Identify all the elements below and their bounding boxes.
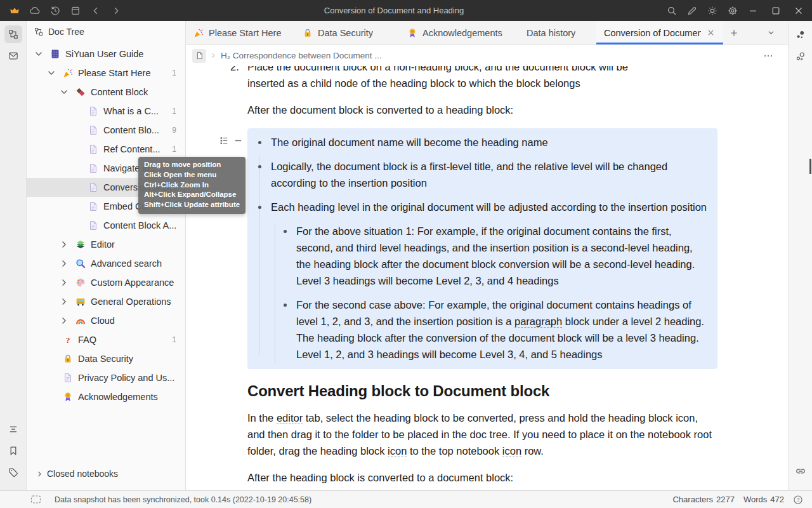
crown-button[interactable] xyxy=(5,3,24,19)
chevron-down-icon[interactable] xyxy=(59,87,69,97)
back-button[interactable] xyxy=(86,3,105,19)
tab-4[interactable]: Data history xyxy=(511,21,596,44)
tree-item[interactable]: Cloud xyxy=(27,311,185,330)
tab-2[interactable]: Data Security xyxy=(295,21,400,44)
ordered-list-item[interactable]: 2. Place the document block on a non-hea… xyxy=(230,66,717,91)
cloud-button[interactable] xyxy=(25,3,44,19)
list-item-gutter-icon[interactable] xyxy=(233,136,243,145)
chevron-down-icon[interactable] xyxy=(34,49,44,59)
breadcrumb: H₂ Correspondence between Document ... xyxy=(186,45,788,66)
tree-item[interactable]: SiYuan User Guide xyxy=(27,44,185,64)
close-button[interactable] xyxy=(788,3,809,19)
dock-outline-button[interactable] xyxy=(4,420,22,438)
tree-item-label: Cloud xyxy=(91,316,185,326)
chevron-spacer xyxy=(72,144,82,154)
tree-item[interactable]: Privacy Policy and Us... xyxy=(27,368,185,387)
closed-notebooks-toggle[interactable]: Closed notebooks xyxy=(27,462,185,485)
tree-item[interactable]: Content Blo...9 xyxy=(27,121,185,140)
annotated-text: icon xyxy=(502,445,521,457)
tab-list-button[interactable] xyxy=(761,21,780,44)
doc-icon xyxy=(88,106,98,116)
maximize-button[interactable] xyxy=(765,3,787,19)
tree-item[interactable]: Acknowledgements xyxy=(27,387,185,406)
chevron-spacer xyxy=(72,201,82,211)
doc-tree-panel: Doc Tree SiYuan User GuidePlease Start H… xyxy=(27,21,186,490)
annotated-text: paragraph xyxy=(514,316,562,328)
dock-backlink-button[interactable] xyxy=(792,462,809,480)
tab-label: Please Start Here xyxy=(209,28,281,38)
tree-item[interactable]: Advanced search xyxy=(27,254,185,273)
editor[interactable]: 2. Place the document block on a non-hea… xyxy=(186,66,788,490)
search-colored-icon xyxy=(75,258,86,269)
minimize-button[interactable] xyxy=(742,3,764,19)
dock-bookmark-button[interactable] xyxy=(4,442,22,460)
tree-item[interactable]: Custom Appearance xyxy=(27,273,185,292)
heading-2[interactable]: Convert Heading block to Document block xyxy=(247,383,717,399)
tree-item[interactable]: Please Start Here1 xyxy=(27,64,185,83)
history-button[interactable] xyxy=(46,3,65,19)
dock-tag-button[interactable] xyxy=(4,464,22,481)
tree-item[interactable]: ?FAQ1 xyxy=(27,330,185,349)
tab-3[interactable]: Acknowledgements xyxy=(400,21,511,44)
party-icon xyxy=(63,68,73,78)
list-gutter-icon[interactable] xyxy=(219,136,229,145)
tooltip-line: Ctrl+Click Zoom In xyxy=(144,180,240,190)
bullet-list: The original document name will become t… xyxy=(247,134,710,363)
paragraph-intro[interactable]: After the document block is converted to… xyxy=(247,102,717,118)
dock-inbox-button[interactable] xyxy=(4,47,22,65)
help-button[interactable]: ? xyxy=(793,495,803,505)
list-number: 2. xyxy=(230,66,247,91)
dock-doc-tree-button[interactable] xyxy=(4,25,22,43)
tab-label: Conversion of Document and Heading xyxy=(604,28,701,38)
edit-button[interactable] xyxy=(683,3,702,19)
dock-graph-button[interactable] xyxy=(792,26,809,44)
scrollbar-thumb[interactable] xyxy=(809,159,811,174)
svg-text:?: ? xyxy=(66,335,70,345)
settings-button[interactable] xyxy=(723,3,742,19)
annotated-text: icon xyxy=(388,445,407,457)
chevron-right-icon[interactable] xyxy=(59,239,69,250)
tree-item-label: What is a C... xyxy=(103,106,168,116)
chevron-spacer xyxy=(46,373,56,383)
chevron-right-icon[interactable] xyxy=(59,316,69,326)
tab-label: Acknowledgements xyxy=(422,28,502,38)
chevron-spacer xyxy=(72,106,82,116)
chevron-down-icon[interactable] xyxy=(46,68,56,78)
tab-1[interactable]: Please Start Here xyxy=(186,21,295,44)
close-tab-icon[interactable] xyxy=(706,28,716,37)
tab-5[interactable]: Conversion of Document and Heading xyxy=(596,21,723,44)
bullet-item[interactable]: For the second case above: For example, … xyxy=(296,297,710,363)
word-count: Characters2277 Words472 ? xyxy=(672,495,803,505)
tooltip: Drag to move positionClick Open the menu… xyxy=(138,157,246,214)
daily-note-button[interactable] xyxy=(66,3,85,19)
doc-icon xyxy=(88,220,98,231)
paragraph-convert[interactable]: In the editor tab, select the heading bl… xyxy=(247,410,717,459)
tree-item[interactable]: Data Security xyxy=(27,349,185,368)
theme-button[interactable] xyxy=(703,3,722,19)
chevron-right-icon[interactable] xyxy=(59,258,69,269)
search-button[interactable] xyxy=(662,3,681,19)
right-dock-bottom xyxy=(792,462,809,484)
right-dock-top xyxy=(792,26,809,69)
block-icon-button[interactable] xyxy=(192,49,206,63)
chevron-right-icon[interactable] xyxy=(59,277,69,288)
forward-button[interactable] xyxy=(107,3,126,19)
tree-item[interactable]: Content Block A... xyxy=(27,216,185,235)
bullet-item[interactable]: Logically, the document block is a first… xyxy=(271,158,710,191)
tree-item[interactable]: Ref Content...1 xyxy=(27,140,185,159)
dock-global-graph-button[interactable] xyxy=(792,48,809,65)
new-tab-button[interactable] xyxy=(723,21,745,44)
bullet-item[interactable]: The original document name will become t… xyxy=(271,134,710,150)
tree-item[interactable]: General Operations xyxy=(27,292,185,311)
chevron-right-icon[interactable] xyxy=(59,297,69,307)
tree-item[interactable]: Content Block xyxy=(27,83,185,102)
selected-list-block[interactable]: The original document name will become t… xyxy=(247,128,717,369)
more-button[interactable] xyxy=(761,51,775,61)
bullet-item[interactable]: Each heading level in the original docum… xyxy=(271,199,710,363)
tree-item[interactable]: Editor xyxy=(27,235,185,254)
tree-item-count: 1 xyxy=(172,69,176,77)
paragraph-after[interactable]: After the heading block is converted to … xyxy=(247,469,717,486)
tree-item-count: 1 xyxy=(172,107,176,116)
tree-item[interactable]: What is a C...1 xyxy=(27,102,185,121)
bullet-item[interactable]: For the above situation 1: For example, … xyxy=(296,223,710,289)
